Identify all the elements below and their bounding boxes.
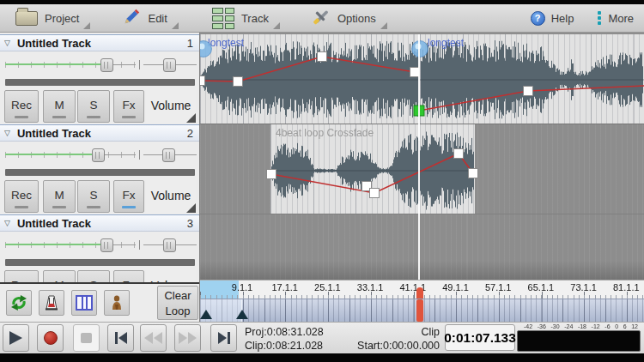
clear-loop-button[interactable]: Clear Loop [157,286,198,320]
loop-toggle-button[interactable] [6,290,32,316]
end-bar-icon [228,332,230,344]
solo-button[interactable]: S [77,90,110,123]
pan-slider-thumb[interactable] [163,58,176,72]
record-button[interactable] [37,324,64,352]
pan-slider[interactable] [143,232,197,257]
volume-slider[interactable] [5,142,136,167]
go-to-end-button[interactable] [210,324,237,352]
db-label: -42 [524,323,532,329]
loop-end-handle[interactable] [236,310,248,319]
play-button[interactable] [3,324,29,352]
go-to-start-button[interactable] [107,324,134,352]
db-label: 6 [623,323,627,329]
db-label: -6 [605,323,610,329]
pan-slider[interactable] [143,51,197,77]
more-label: More [608,12,634,25]
fx-button[interactable]: Fx [113,270,144,282]
tools-row: Clear Loop [0,284,199,322]
automation-type-dropdown[interactable]: Volume [146,270,196,282]
track-title-bar[interactable]: ▽ Untitled Track 1 [0,34,199,51]
track-title-bar[interactable]: ▽ Untitled Track 3 [0,214,199,232]
track-buttons: Rec M S Fx Volume [0,180,199,213]
button-indicator [87,206,100,208]
stop-button[interactable] [73,324,100,352]
fast-forward-icon [179,332,187,344]
mute-button[interactable]: M [43,90,76,123]
pan-slider[interactable] [143,142,197,167]
solo-button[interactable]: S [77,180,110,213]
dropdown-corner-icon [186,203,196,213]
track-buttons: Rec M S Fx Volume [0,270,199,282]
daw-app-window: Project Edit Track Options ? Help [0,0,644,362]
track-menu-button[interactable]: Track [204,4,283,32]
record-arm-button[interactable]: Rec [4,270,39,282]
track-number: 1 [187,37,193,50]
mute-button[interactable]: M [43,270,76,282]
fast-forward-button[interactable] [174,324,201,352]
loop-start-handle[interactable] [200,310,212,319]
slider-divider [139,240,140,250]
solo-button[interactable]: S [77,270,110,282]
clip-label: longtest [208,37,244,49]
mute-button[interactable]: M [43,180,76,213]
main-time-display[interactable]: 0:01:07.133 [445,324,515,351]
fx-button[interactable]: Fx [113,180,144,213]
track-number: 3 [187,217,193,230]
metronome-button[interactable] [39,290,64,316]
audio-clip[interactable]: 4beat loop Crossfade [270,124,475,214]
playhead-marker[interactable] [416,287,423,299]
options-menu-button[interactable]: Options [303,4,390,32]
automation-type-dropdown[interactable]: Volume [146,180,196,213]
track-name: Untitled Track [17,127,91,140]
record-arm-button[interactable]: Rec [4,90,39,123]
master-level-meter [517,330,641,352]
scrub-bar[interactable] [200,299,644,322]
pan-slider-thumb[interactable] [163,238,176,252]
db-label: -24 [564,323,573,329]
audio-clip[interactable]: longtest [420,34,644,124]
slider-divider [139,60,140,69]
track-title-bar[interactable]: ▽ Untitled Track 2 [0,124,199,142]
rewind-button[interactable] [140,324,167,352]
pan-slider-thumb[interactable] [162,148,175,162]
start-bar-icon [115,332,118,344]
instrument-button[interactable] [104,290,130,316]
volume-slider-thumb[interactable] [100,58,113,72]
automation-type-dropdown[interactable]: Volume [146,90,196,123]
button-indicator [122,116,136,118]
track-lane-3[interactable] [200,214,644,280]
record-icon [44,331,58,345]
volume-slider[interactable] [5,232,136,257]
slider-fill [5,244,107,245]
edit-menu-button[interactable]: Edit [113,4,180,32]
volume-slider[interactable] [5,51,136,77]
audio-clip[interactable]: longtest [200,34,420,124]
db-label: -12 [592,323,600,329]
collapse-icon[interactable]: ▽ [4,130,10,137]
project-menu-button[interactable]: Project [7,4,93,32]
track-lane-2[interactable]: 4beat loop Crossfade [200,124,644,214]
project-time-display: Proj:0:08:31.028 Clip:0:08:21.028 [245,325,324,353]
tracks-icon [212,8,234,29]
timeline-ruler[interactable]: 9.1.117.1.125.1.133.1.141.1.149.1.157.1.… [200,280,644,299]
dropdown-corner-icon [273,22,280,29]
project-time: Proj:0:08:31.028 [245,325,324,339]
track-header-2: ▽ Untitled Track 2 Rec [0,124,199,214]
playhead-scrub-handle[interactable] [416,299,423,322]
collapse-icon[interactable]: ▽ [4,220,10,227]
more-button[interactable]: More [598,11,634,25]
collapse-icon[interactable]: ▽ [4,39,10,47]
db-scale-labels: -42-36-30-24-18-12-60612 [524,323,638,329]
stop-icon [81,333,92,343]
help-button[interactable]: ? Help [531,11,574,26]
record-arm-button[interactable]: Rec [4,180,39,213]
track-lane-1[interactable]: longtest longtest [200,34,644,124]
track-slider-zone [0,232,199,257]
volume-slider-thumb[interactable] [100,238,113,252]
clip-time: Clip:0:08:21.028 [245,339,324,353]
grid-view-button[interactable] [71,290,97,316]
help-icon: ? [531,11,545,26]
fx-button[interactable]: Fx [113,90,144,123]
edit-menu-label: Edit [148,12,167,25]
volume-slider-thumb[interactable] [92,148,105,162]
